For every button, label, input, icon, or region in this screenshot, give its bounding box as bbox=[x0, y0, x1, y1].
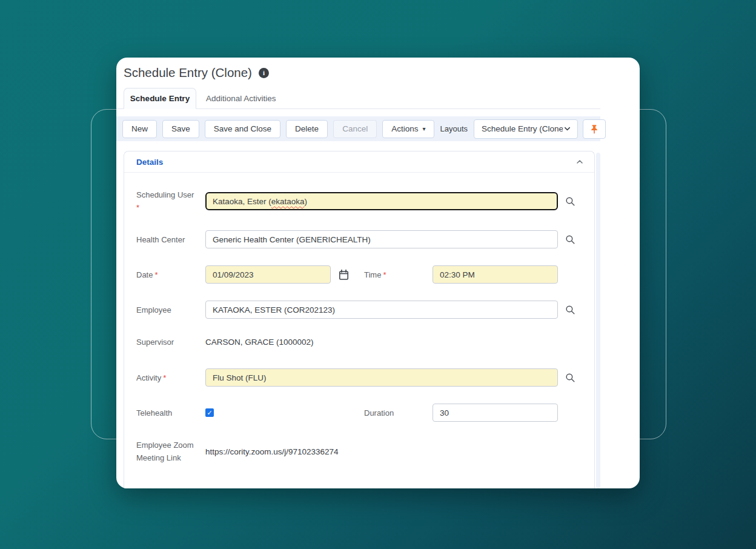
required-marker: * bbox=[136, 201, 194, 214]
dialog-header: Schedule Entry (Clone) i bbox=[116, 58, 640, 80]
supervisor-value: CARSON, GRACE (1000002) bbox=[205, 338, 582, 347]
zoom-link-label: Employee Zoom Meeting Link bbox=[136, 439, 194, 464]
cancel-button[interactable]: Cancel bbox=[333, 120, 377, 138]
chevron-down-icon bbox=[563, 124, 572, 133]
details-section-header[interactable]: Details bbox=[124, 151, 594, 173]
delete-button[interactable]: Delete bbox=[286, 120, 328, 138]
new-button[interactable]: New bbox=[122, 120, 157, 138]
details-form: Scheduling User * Kataoka, Ester (ekatao… bbox=[124, 173, 594, 488]
pin-icon bbox=[589, 124, 599, 134]
telehealth-checkbox[interactable]: ✓ bbox=[205, 408, 214, 417]
activity-label: Activity* bbox=[136, 371, 194, 384]
required-marker: * bbox=[383, 270, 386, 279]
health-center-field[interactable]: Generic Health Center (GENERICHEALTH) bbox=[205, 230, 558, 248]
field-row-activity: Activity* Flu Shot (FLU) bbox=[136, 368, 582, 387]
page-title: Schedule Entry (Clone) bbox=[124, 65, 252, 80]
duration-label: Duration bbox=[364, 407, 422, 419]
health-center-label: Health Center bbox=[136, 233, 194, 246]
duration-field[interactable]: 30 bbox=[433, 404, 558, 422]
employee-field[interactable]: KATAOKA, ESTER (COR202123) bbox=[205, 301, 558, 319]
employee-label: Employee bbox=[136, 304, 194, 316]
required-marker: * bbox=[163, 373, 166, 382]
toolbar: New Save Save and Close Delete Cancel Ac… bbox=[116, 116, 600, 141]
search-icon[interactable] bbox=[565, 372, 576, 384]
checkmark-icon: ✓ bbox=[207, 410, 212, 416]
time-label: Time* bbox=[364, 268, 422, 281]
date-label: Date* bbox=[136, 268, 194, 281]
search-icon[interactable] bbox=[565, 304, 576, 316]
save-button[interactable]: Save bbox=[162, 120, 199, 138]
caret-down-icon: ▾ bbox=[422, 126, 425, 132]
field-row-scheduling-user: Scheduling User * Kataoka, Ester (ekatao… bbox=[136, 188, 582, 214]
scheduling-user-label: Scheduling User * bbox=[136, 188, 194, 214]
calendar-icon[interactable] bbox=[338, 269, 350, 281]
field-row-employee: Employee KATAOKA, ESTER (COR202123) bbox=[136, 301, 582, 319]
telehealth-label: Telehealth bbox=[136, 407, 194, 419]
scheduling-user-field[interactable]: Kataoka, Ester (ekataoka) bbox=[205, 192, 558, 210]
field-row-health-center: Health Center Generic Health Center (GEN… bbox=[136, 230, 582, 248]
required-marker: * bbox=[154, 270, 158, 279]
search-icon[interactable] bbox=[565, 196, 576, 207]
search-icon[interactable] bbox=[565, 234, 576, 245]
layouts-label: Layouts bbox=[440, 124, 468, 133]
zoom-link-value: https://cority.zoom.us/j/97102336274 bbox=[205, 447, 582, 456]
vertical-scrollbar[interactable] bbox=[596, 153, 600, 488]
actions-button[interactable]: Actions ▾ bbox=[382, 120, 434, 138]
save-and-close-button[interactable]: Save and Close bbox=[205, 120, 280, 138]
field-row-telehealth-duration: Telehealth ✓ Duration 30 bbox=[136, 404, 582, 422]
layout-select-value: Schedule Entry (Clone) bbox=[482, 124, 563, 133]
details-section-title: Details bbox=[136, 158, 163, 167]
tab-bar: Schedule Entry Additional Activities bbox=[116, 88, 600, 109]
supervisor-label: Supervisor bbox=[136, 336, 194, 348]
field-row-zoom-link: Employee Zoom Meeting Link https://corit… bbox=[136, 439, 582, 464]
tab-additional-activities[interactable]: Additional Activities bbox=[196, 88, 286, 108]
layout-select[interactable]: Schedule Entry (Clone) bbox=[474, 119, 578, 139]
tab-schedule-entry[interactable]: Schedule Entry bbox=[124, 88, 196, 109]
activity-field[interactable]: Flu Shot (FLU) bbox=[205, 368, 558, 387]
time-field[interactable]: 02:30 PM bbox=[433, 265, 558, 284]
schedule-entry-dialog: Schedule Entry (Clone) i Schedule Entry … bbox=[116, 58, 640, 488]
field-row-date-time: Date* 01/09/2023 Time* 0 bbox=[136, 265, 582, 284]
pin-layout-button[interactable] bbox=[583, 119, 606, 139]
details-section: Details Scheduling User * Kataoka, Ester… bbox=[124, 151, 595, 488]
date-field[interactable]: 01/09/2023 bbox=[205, 265, 331, 284]
chevron-up-icon[interactable] bbox=[575, 157, 585, 167]
layouts-group: Layouts Schedule Entry (Clone) bbox=[440, 119, 606, 139]
spellcheck-flagged-text: ekataoka bbox=[271, 197, 305, 206]
info-icon[interactable]: i bbox=[259, 68, 269, 78]
actions-button-label: Actions bbox=[391, 124, 418, 133]
field-row-supervisor: Supervisor CARSON, GRACE (1000002) bbox=[136, 336, 582, 348]
